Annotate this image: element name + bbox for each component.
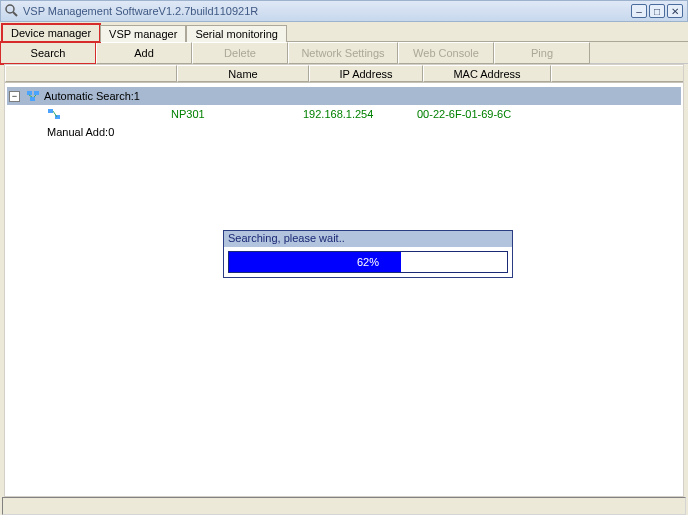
web-console-button[interactable]: Web Console: [398, 42, 494, 64]
content-area: Name IP Address MAC Address − Automatic …: [4, 64, 684, 497]
progress-title: Searching, please wait..: [224, 231, 512, 247]
svg-line-5: [29, 95, 32, 97]
tab-device-manager[interactable]: Device manager: [2, 24, 100, 42]
tab-strip: Device manager VSP manager Serial monito…: [0, 22, 688, 42]
group-icon: [26, 90, 40, 102]
title-bar: VSP Management SoftwareV1.2.7build110921…: [0, 0, 688, 22]
column-header-name[interactable]: Name: [177, 65, 309, 82]
svg-rect-2: [27, 91, 32, 95]
app-icon: [5, 4, 19, 18]
search-button[interactable]: Search: [0, 42, 96, 64]
column-header-mac[interactable]: MAC Address: [423, 65, 551, 82]
progress-text: 62%: [229, 252, 507, 272]
column-header-ip[interactable]: IP Address: [309, 65, 423, 82]
progress-dialog: Searching, please wait.. 62%: [223, 230, 513, 278]
tab-vsp-manager[interactable]: VSP manager: [100, 25, 186, 42]
svg-rect-3: [34, 91, 39, 95]
column-headers: Name IP Address MAC Address: [5, 65, 683, 83]
tab-serial-monitoring[interactable]: Serial monitoring: [186, 25, 287, 42]
toolbar: Search Add Delete Network Settings Web C…: [0, 42, 688, 64]
network-settings-button[interactable]: Network Settings: [288, 42, 398, 64]
column-header-blank[interactable]: [5, 65, 177, 82]
device-tree: − Automatic Search:1 NP301 192.168.1.254…: [5, 83, 683, 145]
device-icon: [47, 108, 61, 120]
svg-line-1: [13, 12, 17, 16]
progress-bar: 62%: [228, 251, 508, 273]
minimize-button[interactable]: –: [631, 4, 647, 18]
group-label: Automatic Search:1: [44, 90, 140, 102]
svg-line-6: [34, 95, 36, 97]
close-button[interactable]: ✕: [667, 4, 683, 18]
svg-rect-4: [30, 97, 35, 101]
maximize-button[interactable]: □: [649, 4, 665, 18]
collapse-icon[interactable]: −: [9, 91, 20, 102]
manual-label: Manual Add:0: [47, 126, 114, 138]
delete-button[interactable]: Delete: [192, 42, 288, 64]
device-name: NP301: [171, 108, 303, 120]
device-row[interactable]: NP301 192.168.1.254 00-22-6F-01-69-6C: [7, 105, 681, 123]
group-row-automatic[interactable]: − Automatic Search:1: [7, 87, 681, 105]
device-ip: 192.168.1.254: [303, 108, 417, 120]
group-row-manual[interactable]: Manual Add:0: [7, 123, 681, 141]
ping-button[interactable]: Ping: [494, 42, 590, 64]
column-header-rest: [551, 65, 683, 82]
window-title: VSP Management SoftwareV1.2.7build110921…: [23, 5, 629, 17]
svg-rect-7: [48, 109, 53, 113]
device-mac: 00-22-6F-01-69-6C: [417, 108, 557, 120]
svg-point-0: [6, 5, 14, 13]
status-bar: [2, 497, 686, 515]
add-button[interactable]: Add: [96, 42, 192, 64]
